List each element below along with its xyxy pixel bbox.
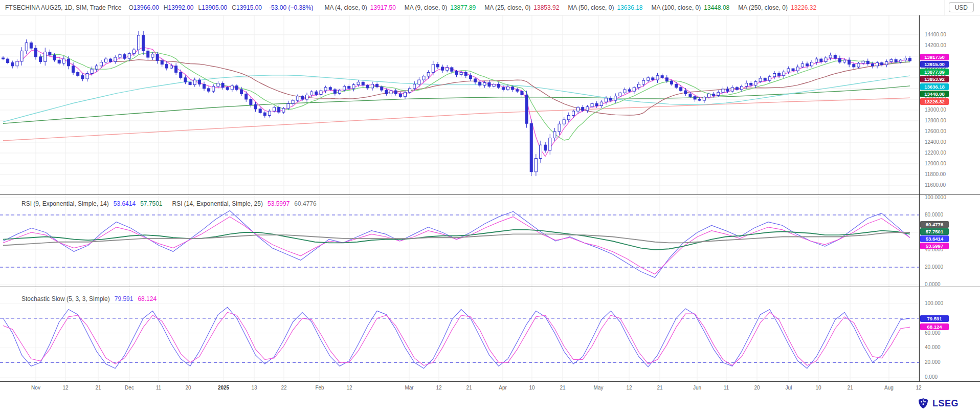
ma-legend-item-2: MA (25, close, 0)13853.92: [484, 4, 559, 11]
x-axis-label-26: Aug: [884, 385, 894, 391]
price-tick-12400: 12400.00: [925, 139, 946, 145]
price-badge-0: 13917.50: [920, 54, 949, 60]
ma-legend-item-4: MA (100, close, 0)13448.08: [652, 4, 730, 11]
price-tick-12800: 12800.00: [925, 118, 946, 123]
chart-header-legend: FTSECHINA AUG25, 1D, SIM, Trade Price O1…: [5, 0, 816, 15]
price-badge-6: 13226.32: [920, 98, 949, 105]
x-axis-label-10: 12: [346, 385, 352, 391]
currency-button[interactable]: USD: [949, 2, 974, 12]
ma-legend-item-0: MA (4, close, 0)13917.50: [324, 4, 395, 11]
ma-legend-item-5: MA (250, close, 0)13226.32: [738, 4, 816, 11]
x-axis-label-9: Feb: [315, 385, 324, 391]
ohlc-values: O13966.00H13992.00L13905.00C13915.00: [128, 4, 262, 11]
ohlc-item-h: H13992.00: [164, 4, 194, 11]
stoch-tick-40: 40.000: [925, 344, 941, 350]
ohlc-item-l: L13905.00: [198, 4, 228, 11]
rsi-badge-2: 53.6414: [920, 235, 949, 242]
price-badge-1: 13915.00: [920, 61, 949, 68]
stoch-tick-20: 20.000: [925, 359, 941, 365]
stoch-badge-0: 79.591: [920, 315, 949, 322]
price-tick-14200: 14200.00: [925, 42, 946, 48]
price-tick-11800: 11800.00: [925, 171, 946, 177]
rsi-tick-20: 20.0000: [925, 264, 943, 270]
x-axis-label-1: 12: [62, 385, 68, 391]
x-axis-label-13: 21: [466, 385, 472, 391]
x-axis-label-5: 20: [185, 385, 191, 391]
x-axis-label-2: 21: [95, 385, 101, 391]
x-axis-label-6: 2025: [218, 385, 229, 391]
x-axis-label-27: 12: [916, 385, 921, 391]
chart-widget: FTSECHINA AUG25, 1D, SIM, Trade Price O1…: [0, 0, 980, 411]
x-axis-label-24: 10: [815, 385, 821, 391]
rsi-tick-80: 80.0000: [925, 212, 943, 218]
rsi-panel[interactable]: [0, 194, 919, 287]
x-axis-label-12: 12: [436, 385, 441, 391]
ma-legend: MA (4, close, 0)13917.50MA (9, close, 0)…: [320, 4, 816, 11]
rsi-badge-3: 53.5997: [920, 243, 949, 249]
rsi-badge-0: 60.4776: [920, 221, 949, 228]
price-badge-5: 13448.08: [920, 91, 949, 97]
x-axis-label-20: Jun: [693, 385, 701, 391]
ohlc-item-c: C13915.00: [232, 4, 262, 11]
x-axis-label-14: Apr: [499, 385, 507, 391]
x-axis-label-4: 11: [156, 385, 161, 391]
x-axis-label-21: 11: [724, 385, 729, 391]
x-axis-label-18: 12: [626, 385, 632, 391]
rsi-tick-0: 0.0000: [925, 282, 941, 287]
stoch-tick-0: 0.000: [925, 374, 938, 380]
price-tick-14400: 14400.00: [925, 32, 946, 37]
x-axis-label-19: 21: [657, 385, 662, 391]
x-axis-label-11: Mar: [405, 385, 413, 391]
lseg-crest-icon: [917, 398, 929, 409]
x-axis-label-17: May: [594, 385, 604, 391]
x-axis-label-8: 22: [281, 385, 286, 391]
x-axis-label-7: 13: [251, 385, 257, 391]
main-price-chart[interactable]: [0, 15, 919, 194]
price-badge-2: 13877.89: [920, 69, 949, 75]
rsi-badge-1: 57.7501: [920, 228, 949, 235]
stoch-tick-100: 100.000: [925, 300, 943, 306]
price-badge-3: 13853.92: [920, 76, 949, 82]
stoch-badge-1: 68.124: [920, 323, 949, 330]
ma-legend-item-1: MA (9, close, 0)13877.89: [405, 4, 476, 11]
x-axis-label-25: 21: [847, 385, 853, 391]
x-axis-label-23: Jul: [786, 385, 792, 391]
ohlc-item-o: O13966.00: [128, 4, 159, 11]
lseg-logo: LSEG: [917, 398, 959, 409]
stochastic-panel[interactable]: [0, 287, 919, 381]
x-axis-label-3: Dec: [125, 385, 134, 391]
x-axis-label-15: 10: [529, 385, 534, 391]
x-axis-label-16: 21: [560, 385, 565, 391]
price-tick-12600: 12600.00: [925, 128, 946, 134]
price-tick-13000: 13000.00: [925, 107, 946, 113]
instrument-title: FTSECHINA AUG25, 1D, SIM, Trade Price: [5, 4, 121, 11]
x-axis-label-22: 20: [754, 385, 760, 391]
price-change: -53.00 (−0.38%): [269, 4, 313, 11]
price-tick-12200: 12200.00: [925, 150, 946, 156]
stoch-tick-60: 60.000: [925, 330, 941, 336]
lseg-logo-text: LSEG: [932, 398, 959, 409]
rsi-tick-100: 100.0000: [925, 194, 946, 200]
ma-legend-item-3: MA (50, close, 0)13636.18: [568, 4, 642, 11]
x-axis-label-0: Nov: [31, 385, 40, 391]
price-tick-12000: 12000.00: [925, 161, 946, 166]
price-tick-11600: 11600.00: [925, 182, 946, 188]
price-badge-4: 13636.18: [920, 83, 949, 90]
